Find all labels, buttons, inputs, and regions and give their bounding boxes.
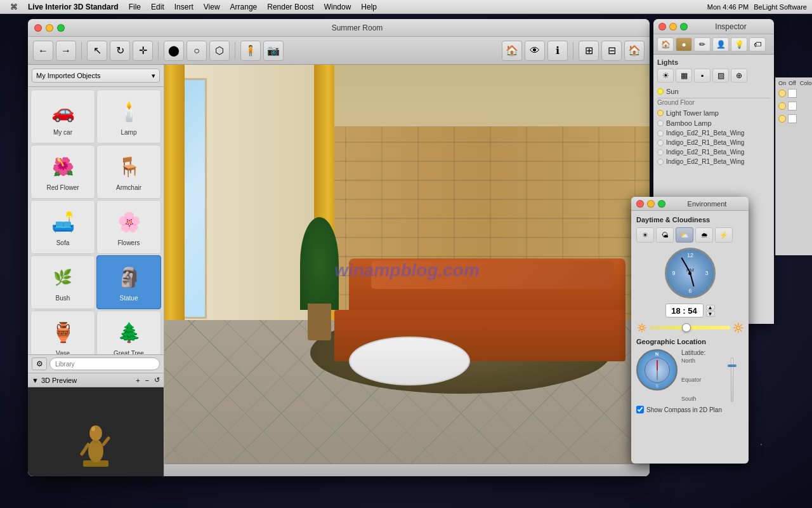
env-btn-2[interactable]: 🌤 [656, 227, 674, 243]
item-label: My car [53, 129, 72, 136]
list-item[interactable]: 🌿 Bush [30, 255, 95, 309]
menu-render[interactable]: Render Boost [262, 0, 318, 14]
inspector-close-button[interactable] [658, 23, 666, 30]
main-viewport[interactable]: winampblog.com [164, 65, 650, 476]
inspector-max-button[interactable] [680, 23, 688, 30]
menu-bar: ⌘ Live Interior 3D Standard File Edit In… [0, 0, 812, 14]
list-item[interactable]: 🕯️ Lamp [96, 90, 161, 144]
menu-bar-time: Mon 4:46 PM [707, 3, 749, 11]
walk-button[interactable]: 👁 [525, 41, 545, 61]
minimize-button[interactable] [46, 24, 53, 32]
lights-btn-5[interactable]: ⊕ [731, 69, 747, 83]
list-item[interactable]: 🌲 Great Tree [96, 311, 161, 354]
light-checkbox-1[interactable] [788, 89, 797, 98]
circle-tool[interactable]: ⬤ [164, 41, 184, 61]
list-item[interactable]: 🌺 Red Flower [30, 145, 95, 199]
insp-btn-2[interactable]: ● [676, 37, 692, 51]
brightness-high-icon: 🔆 [733, 323, 743, 333]
list-item[interactable]: 🏺 Vase [30, 311, 95, 354]
library-search-input[interactable] [49, 358, 160, 370]
settings-button[interactable]: ⚙ [32, 358, 47, 370]
item-label: Great Tree [114, 350, 144, 354]
time-down-button[interactable]: ▼ [706, 311, 715, 317]
ground-floor-header: Ground Floor [657, 98, 770, 107]
insp-btn-1[interactable]: 🏠 [657, 37, 674, 51]
light-checkbox-3[interactable] [788, 114, 797, 123]
svg-text:PM: PM [686, 267, 694, 273]
layout-btn-1[interactable]: ⊞ [579, 41, 599, 61]
back-button[interactable]: ← [33, 41, 53, 61]
light-checkbox-2[interactable] [788, 102, 797, 110]
camera-tool[interactable]: 📷 [263, 41, 284, 61]
light-control-2 [778, 102, 809, 110]
env-close-button[interactable] [636, 200, 644, 208]
lat-slider-thumb[interactable] [728, 364, 737, 367]
menu-insert[interactable]: Insert [169, 0, 199, 14]
brightness-slider[interactable] [650, 326, 730, 330]
info-button[interactable]: ℹ [547, 41, 568, 61]
slider-thumb[interactable] [682, 323, 691, 332]
time-up-button[interactable]: ▲ [706, 305, 715, 311]
menu-arrange[interactable]: Arrange [225, 0, 263, 14]
app-name[interactable]: Live Interior 3D Standard [23, 0, 124, 14]
insp-btn-5[interactable]: 💡 [731, 37, 747, 51]
env-btn-4[interactable]: 🌧 [695, 227, 713, 243]
objects-dropdown[interactable]: My Imported Objects ▾ [32, 69, 160, 83]
view-3d-button[interactable]: 🏠 [502, 41, 522, 61]
square-tool[interactable]: ⬡ [209, 41, 230, 61]
sidebar-search-bar: ⚙ [28, 354, 164, 373]
preview-header[interactable]: ▼ 3D Preview + − ↺ [28, 373, 164, 387]
list-item[interactable]: 🌸 Flowers [96, 200, 161, 254]
light-item-indigo2: Indigo_Ed2_R1_Beta_Wing [657, 138, 770, 147]
menu-view[interactable]: View [199, 0, 225, 14]
lights-btn-3[interactable]: ▪ [694, 69, 710, 83]
viewport-resize-handle[interactable] [164, 464, 650, 476]
move-tool[interactable]: ✛ [133, 41, 153, 61]
menu-window[interactable]: Window [319, 0, 357, 14]
layout-btn-2[interactable]: ⊟ [601, 41, 622, 61]
zoom-reset-button[interactable]: ↺ [154, 376, 160, 384]
layout-btn-3[interactable]: 🏠 [624, 41, 645, 61]
lights-btn-2[interactable]: ▦ [676, 69, 692, 83]
list-item[interactable]: 🗿 Statue [96, 255, 161, 309]
traffic-lights [34, 24, 65, 32]
insp-btn-6[interactable]: 🏷 [749, 37, 766, 51]
zoom-in-button[interactable]: + [136, 377, 140, 384]
env-btn-3[interactable]: ⛅ [676, 227, 693, 243]
maximize-button[interactable] [57, 24, 65, 32]
people-tool[interactable]: 🧍 [240, 41, 261, 61]
inspector-min-button[interactable] [669, 23, 677, 30]
menu-help[interactable]: Help [356, 0, 382, 14]
apple-menu[interactable]: ⌘ [5, 0, 23, 14]
insp-btn-3[interactable]: ✏ [694, 37, 710, 51]
env-max-button[interactable] [658, 200, 665, 208]
lights-btn-1[interactable]: ☀ [657, 69, 674, 83]
dropdown-label: My Imported Objects [36, 72, 100, 79]
car-icon: 🚗 [44, 94, 82, 129]
on-col-header: On [778, 80, 786, 86]
select-tool[interactable]: ↖ [87, 41, 107, 61]
insp-btn-4[interactable]: 👤 [712, 37, 729, 51]
menu-file[interactable]: File [124, 0, 146, 14]
inspector-titlebar: Inspector [653, 19, 774, 34]
indigo2-dot-icon [657, 140, 664, 146]
close-button[interactable] [34, 24, 42, 32]
forward-button[interactable]: → [56, 41, 76, 61]
lights-btn-4[interactable]: ▨ [712, 69, 729, 83]
env-titlebar: Environment [631, 197, 749, 211]
rotate-tool[interactable]: ↻ [110, 41, 130, 61]
show-compass-label: Show Compass in 2D Plan [646, 406, 722, 413]
list-item[interactable]: 🚗 My car [30, 90, 95, 144]
zoom-out-button[interactable]: − [145, 377, 149, 384]
env-btn-5[interactable]: ⚡ [715, 227, 733, 243]
show-compass-checkbox[interactable] [636, 406, 644, 413]
env-min-button[interactable] [647, 200, 655, 208]
list-item[interactable]: 🪑 Armchair [96, 145, 161, 199]
env-content: Daytime & Cloudiness ☀ 🌤 ⛅ 🌧 ⚡ 12 3 6 [631, 211, 749, 418]
time-input[interactable]: 18 : 54 [665, 304, 704, 318]
env-btn-1[interactable]: ☀ [636, 227, 654, 243]
svg-point-6 [91, 426, 95, 431]
menu-edit[interactable]: Edit [146, 0, 169, 14]
ring-tool[interactable]: ○ [187, 41, 207, 61]
list-item[interactable]: 🛋️ Sofa [30, 200, 95, 254]
